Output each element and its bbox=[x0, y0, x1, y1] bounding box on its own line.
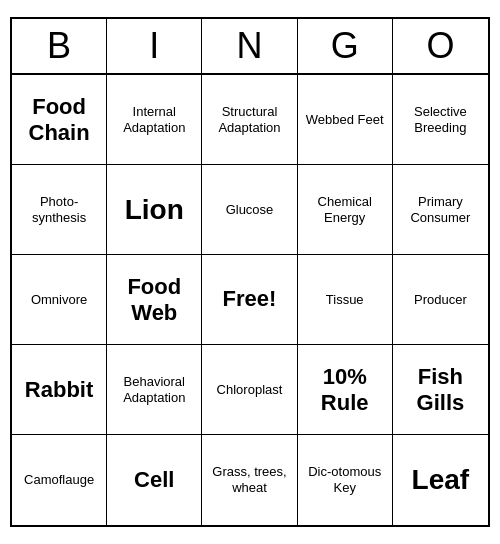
bingo-cell: Cell bbox=[107, 435, 202, 525]
bingo-cell: Photo-synthesis bbox=[12, 165, 107, 255]
bingo-cell: Structural Adaptation bbox=[202, 75, 297, 165]
bingo-cell: Food Web bbox=[107, 255, 202, 345]
bingo-card: BINGO Food ChainInternal AdaptationStruc… bbox=[10, 17, 490, 527]
bingo-cell: Tissue bbox=[298, 255, 393, 345]
bingo-cell: Chloroplast bbox=[202, 345, 297, 435]
bingo-cell: Internal Adaptation bbox=[107, 75, 202, 165]
bingo-cell: Food Chain bbox=[12, 75, 107, 165]
bingo-cell: Leaf bbox=[393, 435, 488, 525]
bingo-grid: Food ChainInternal AdaptationStructural … bbox=[12, 75, 488, 525]
bingo-cell: Glucose bbox=[202, 165, 297, 255]
header-letter: N bbox=[202, 19, 297, 73]
bingo-cell: Fish Gills bbox=[393, 345, 488, 435]
bingo-cell: Free! bbox=[202, 255, 297, 345]
header-letter: I bbox=[107, 19, 202, 73]
bingo-cell: Selective Breeding bbox=[393, 75, 488, 165]
bingo-cell: Dic-otomous Key bbox=[298, 435, 393, 525]
header-letter: B bbox=[12, 19, 107, 73]
header-letter: G bbox=[298, 19, 393, 73]
bingo-cell: Rabbit bbox=[12, 345, 107, 435]
bingo-cell: Producer bbox=[393, 255, 488, 345]
bingo-cell: Grass, trees, wheat bbox=[202, 435, 297, 525]
bingo-cell: Primary Consumer bbox=[393, 165, 488, 255]
bingo-cell: Omnivore bbox=[12, 255, 107, 345]
header-letter: O bbox=[393, 19, 488, 73]
bingo-cell: Camoflauge bbox=[12, 435, 107, 525]
bingo-cell: 10% Rule bbox=[298, 345, 393, 435]
bingo-header: BINGO bbox=[12, 19, 488, 75]
bingo-cell: Chemical Energy bbox=[298, 165, 393, 255]
bingo-cell: Behavioral Adaptation bbox=[107, 345, 202, 435]
bingo-cell: Lion bbox=[107, 165, 202, 255]
bingo-cell: Webbed Feet bbox=[298, 75, 393, 165]
